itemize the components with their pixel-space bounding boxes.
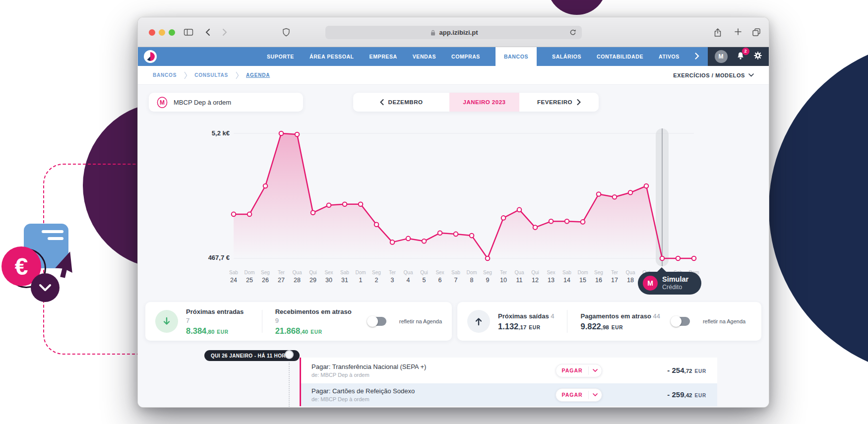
browser-window: app.izibizi.pt SUPORTE ÁREA PESSOAL EMPR… bbox=[137, 17, 769, 408]
notifications-bell-icon[interactable]: 2 bbox=[736, 52, 745, 62]
nav-item-ativos[interactable]: ATIVOS bbox=[659, 54, 680, 60]
maximize-window-button[interactable] bbox=[169, 29, 175, 36]
url-bar[interactable]: app.izibizi.pt bbox=[325, 26, 582, 39]
exercicios-modelos-dropdown[interactable]: EXERCÍCIOS / MODELOS bbox=[673, 72, 754, 78]
pagar-button[interactable]: PAGAR bbox=[556, 364, 602, 377]
chart-point bbox=[565, 219, 569, 224]
next-month-button[interactable]: FEVEREIRO bbox=[519, 93, 599, 112]
privacy-shield-icon[interactable] bbox=[282, 28, 291, 37]
chart-point bbox=[359, 202, 363, 206]
nav-item-suporte[interactable]: SUPORTE bbox=[267, 54, 294, 60]
transaction-subtitle: de: MBCP Dep à ordem bbox=[311, 396, 556, 402]
simular-label: Simular bbox=[662, 275, 688, 284]
credito-label: Crédito bbox=[662, 284, 688, 291]
transaction-row[interactable]: Pagar: Transferência Nacional (SEPA +) d… bbox=[300, 358, 717, 383]
reload-icon[interactable] bbox=[569, 28, 577, 38]
overdue-receipts-amount-decimals: ,40 bbox=[300, 329, 308, 335]
chart-point bbox=[549, 219, 554, 224]
transaction-title: Pagar: Transferência Nacional (SEPA +) bbox=[311, 363, 556, 370]
chart-point bbox=[390, 240, 395, 244]
x-axis-label: Sex30 bbox=[321, 269, 337, 284]
pagar-label: PAGAR bbox=[556, 392, 588, 398]
nav-item-vendas[interactable]: VENDAS bbox=[413, 54, 436, 60]
transactions-accent-bar bbox=[300, 358, 301, 406]
timeline-dotted-line bbox=[289, 363, 290, 407]
x-axis-label: Qui29 bbox=[305, 269, 321, 284]
chart-point bbox=[660, 256, 665, 261]
chart-point bbox=[327, 203, 331, 208]
transaction-subtitle: de: MBCP Dep à ordem bbox=[311, 372, 556, 378]
outflows-amount: 1.132 bbox=[498, 322, 518, 331]
x-axis-label: Sex13 bbox=[543, 269, 559, 284]
nav-item-area-pessoal[interactable]: ÁREA PESSOAL bbox=[310, 54, 354, 60]
chevron-down-icon[interactable] bbox=[589, 393, 602, 396]
arrow-down-icon bbox=[155, 310, 178, 333]
x-axis-label: Ter3 bbox=[384, 269, 400, 284]
chart-point bbox=[279, 131, 284, 136]
nav-item-empresa[interactable]: EMPRESA bbox=[370, 54, 397, 60]
nav-user-area: M 2 bbox=[708, 47, 769, 66]
chart-point bbox=[597, 192, 601, 196]
izibizi-logo[interactable] bbox=[144, 50, 157, 65]
chevron-down-icon[interactable] bbox=[589, 369, 602, 372]
minimize-window-button[interactable] bbox=[159, 29, 165, 36]
nav-item-compras[interactable]: COMPRAS bbox=[451, 54, 480, 60]
breadcrumb-agenda[interactable]: AGENDA bbox=[246, 72, 270, 78]
lock-icon bbox=[430, 29, 436, 36]
transaction-row[interactable]: Pagar: Cartões de Refeição Sodexo de: MB… bbox=[300, 383, 717, 406]
back-button[interactable] bbox=[204, 28, 211, 37]
inflows-summary-card: Próximas entradas 7 8.384,80EUR Recebime… bbox=[145, 302, 452, 341]
x-axis-label: Seg2 bbox=[369, 269, 384, 284]
account-selector[interactable]: M MBCP Dep à ordem bbox=[149, 93, 303, 112]
sidebar-toggle-icon[interactable] bbox=[184, 28, 193, 37]
chart-point bbox=[676, 256, 681, 261]
breadcrumb-separator-icon bbox=[235, 71, 239, 79]
nav-menu: SUPORTE ÁREA PESSOAL EMPRESA VENDAS COMP… bbox=[267, 47, 699, 66]
nav-item-contabilidade[interactable]: CONTABILIDADE bbox=[597, 54, 643, 60]
tabs-overview-icon[interactable] bbox=[752, 28, 761, 37]
navy-blob-decoration bbox=[769, 40, 868, 377]
x-axis-label: Sex6 bbox=[432, 269, 448, 284]
overdue-payments-amount: 9.822 bbox=[580, 322, 601, 331]
settings-gear-icon[interactable] bbox=[753, 51, 762, 62]
inflows-title: Próximas entradas bbox=[186, 308, 244, 315]
x-axis-label: Qua11 bbox=[511, 269, 527, 284]
chart-point bbox=[374, 222, 379, 227]
outflows-summary-card: Próximas saídas 4 1.132,17EUR Pagamentos… bbox=[457, 302, 761, 341]
close-window-button[interactable] bbox=[149, 29, 155, 36]
reflect-agenda-toggle[interactable] bbox=[369, 317, 386, 326]
prev-month-label: DEZEMBRO bbox=[388, 99, 423, 105]
avatar[interactable]: M bbox=[715, 50, 728, 63]
chart-point bbox=[533, 225, 538, 230]
share-icon[interactable] bbox=[713, 28, 722, 37]
balance-area-chart[interactable] bbox=[234, 133, 694, 258]
breadcrumb-row: BANCOS CONSULTAS AGENDA EXERCÍCIOS / MOD… bbox=[138, 66, 769, 85]
chart-point bbox=[628, 190, 633, 195]
nav-item-bancos[interactable]: BANCOS bbox=[496, 47, 537, 66]
overdue-receipts-currency: EUR bbox=[310, 329, 322, 335]
chevron-left-icon bbox=[380, 99, 384, 105]
nav-more-chevron-icon[interactable] bbox=[695, 53, 699, 61]
divider bbox=[262, 310, 262, 333]
overdue-payments-currency: EUR bbox=[612, 325, 623, 330]
overdue-payments-count: 44 bbox=[653, 312, 660, 320]
new-tab-icon[interactable] bbox=[734, 28, 742, 36]
chart-area-fill bbox=[234, 133, 694, 258]
account-name: MBCP Dep à ordem bbox=[174, 99, 231, 106]
chart-point bbox=[613, 195, 617, 199]
forward-button[interactable] bbox=[221, 28, 228, 37]
simular-credito-button[interactable]: M Simular Crédito bbox=[638, 272, 701, 295]
y-axis-max-label: 5,2 k€ bbox=[180, 129, 230, 137]
agenda-content: M MBCP Dep à ordem DEZEMBRO JANEIRO 2023… bbox=[138, 85, 769, 407]
current-month-tab[interactable]: JANEIRO 2023 bbox=[449, 93, 519, 112]
month-navigation: DEZEMBRO JANEIRO 2023 FEVEREIRO bbox=[353, 93, 599, 112]
nav-item-salarios[interactable]: SALÁRIOS bbox=[552, 54, 581, 60]
pagar-button[interactable]: PAGAR bbox=[556, 388, 602, 402]
prev-month-button[interactable]: DEZEMBRO bbox=[353, 93, 449, 112]
reflect-agenda-toggle[interactable] bbox=[672, 317, 690, 326]
breadcrumb-bancos[interactable]: BANCOS bbox=[153, 72, 177, 78]
overdue-receipts-count: 9 bbox=[275, 317, 279, 324]
transaction-title: Pagar: Cartões de Refeição Sodexo bbox=[311, 387, 556, 395]
breadcrumb-consultas[interactable]: CONSULTAS bbox=[194, 72, 228, 78]
transactions-list: Pagar: Transferência Nacional (SEPA +) d… bbox=[300, 358, 717, 406]
